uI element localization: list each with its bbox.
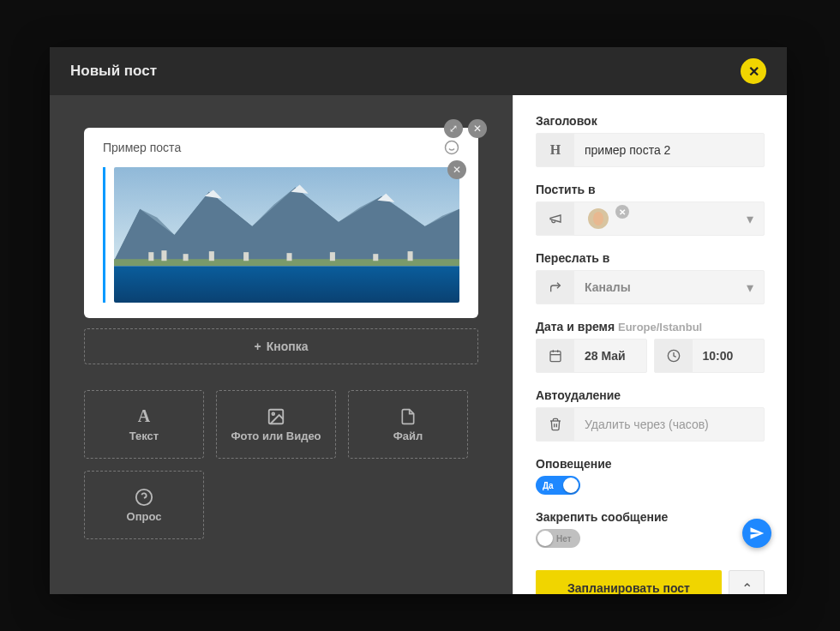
title-input[interactable] [574, 134, 764, 166]
close-icon: ✕ [748, 63, 759, 80]
time-value: 10:00 [693, 340, 765, 372]
svg-rect-13 [209, 251, 214, 261]
question-icon [135, 488, 153, 507]
forward-to-field: Переслать в Каналы ▾ [536, 251, 765, 304]
forward-to-label: Переслать в [536, 251, 765, 265]
svg-rect-15 [287, 253, 292, 261]
expand-icon: ⤢ [449, 123, 458, 135]
title-input-row: H [536, 133, 765, 167]
toggle-on-label: Да [543, 481, 554, 490]
pin-toggle[interactable]: Нет [536, 529, 580, 548]
autodelete-input-row [536, 407, 765, 442]
schedule-button[interactable]: Запланировать пост [536, 570, 722, 594]
new-post-modal: Новый пост ✕ ⤢ ✕ Пример поста [50, 47, 787, 594]
pin-field: Закрепить сообщение Нет [536, 510, 765, 548]
autodelete-input[interactable] [574, 408, 764, 441]
notify-label: Оповещение [536, 457, 765, 471]
svg-rect-12 [183, 254, 189, 261]
pin-label: Закрепить сообщение [536, 510, 765, 524]
caret-up-icon: ⌃ [741, 580, 753, 595]
composer-pane: ⤢ ✕ Пример поста ✕ [50, 95, 513, 594]
svg-rect-17 [373, 254, 378, 261]
plus-icon: + [255, 340, 261, 353]
svg-rect-19 [114, 266, 459, 303]
svg-rect-10 [148, 252, 153, 261]
timezone-label: Europe/Istanbul [618, 321, 702, 334]
datetime-row: 28 Май 10:00 [536, 339, 765, 373]
attach-file-label: Файл [393, 430, 423, 442]
send-now-fab[interactable] [742, 519, 771, 548]
attach-text-tile[interactable]: A Текст [84, 390, 204, 459]
datetime-label: Дата и время Europe/Istanbul [536, 320, 765, 334]
file-icon [399, 407, 417, 426]
add-button-label: Кнопка [267, 340, 309, 353]
emoji-button[interactable] [444, 140, 459, 155]
remove-channel-button[interactable]: ✕ [615, 205, 629, 219]
modal-header: Новый пост ✕ [50, 47, 787, 95]
svg-rect-14 [243, 252, 249, 261]
svg-rect-24 [550, 352, 561, 362]
svg-point-0 [446, 141, 459, 154]
heading-icon: H [537, 134, 574, 166]
remove-card-button[interactable]: ✕ [468, 119, 487, 138]
text-icon: A [138, 406, 150, 426]
channel-chip: ✕ [574, 202, 736, 235]
svg-rect-16 [330, 252, 335, 261]
post-to-select[interactable]: ✕ ▾ [536, 201, 765, 236]
autodelete-label: Автоудаление [536, 388, 765, 402]
modal-title: Новый пост [70, 63, 157, 80]
notify-field: Оповещение Да [536, 457, 765, 495]
avatar [588, 208, 609, 229]
autodelete-field: Автоудаление [536, 388, 765, 442]
caption-row: Пример поста [103, 140, 459, 155]
attach-grid: A Текст Фото или Видео Файл [84, 390, 478, 539]
clock-icon [655, 340, 693, 372]
settings-pane: Заголовок H Постить в ✕ [513, 95, 787, 594]
attach-file-tile[interactable]: Файл [348, 390, 468, 459]
title-label: Заголовок [536, 114, 765, 128]
svg-rect-11 [161, 250, 166, 261]
close-icon: ✕ [473, 123, 482, 135]
toggle-knob [537, 531, 553, 546]
attach-media-label: Фото или Видео [231, 430, 321, 442]
svg-point-21 [272, 412, 274, 415]
toggle-off-label: Нет [556, 534, 572, 544]
send-icon [749, 526, 765, 541]
attach-poll-label: Опрос [127, 510, 162, 523]
notify-toggle[interactable]: Да [536, 476, 580, 495]
attach-media-tile[interactable]: Фото или Видео [216, 390, 336, 459]
datetime-field: Дата и время Europe/Istanbul 28 Май [536, 320, 765, 373]
forward-to-select[interactable]: Каналы ▾ [536, 270, 765, 304]
post-preview-card: ⤢ ✕ Пример поста ✕ [84, 128, 478, 318]
close-button[interactable]: ✕ [741, 58, 766, 84]
attached-image[interactable] [114, 167, 459, 303]
card-controls: ⤢ ✕ [444, 119, 487, 138]
post-to-label: Постить в [536, 183, 765, 196]
attach-text-label: Текст [129, 430, 159, 442]
chevron-down-icon: ▾ [736, 271, 764, 303]
forward-to-value: Каналы [574, 271, 736, 303]
smile-icon [444, 140, 459, 155]
trash-icon [537, 408, 574, 441]
image-attachment: ✕ [103, 167, 459, 303]
post-caption[interactable]: Пример поста [103, 141, 181, 154]
share-icon [537, 271, 574, 303]
calendar-icon [537, 340, 574, 372]
chevron-down-icon: ▾ [736, 202, 764, 235]
time-input[interactable]: 10:00 [654, 339, 765, 373]
date-value: 28 Май [574, 340, 646, 372]
add-inline-button[interactable]: + Кнопка [84, 328, 478, 364]
submit-dropdown-button[interactable]: ⌃ [729, 570, 765, 594]
expand-button[interactable]: ⤢ [444, 119, 463, 138]
modal-body: ⤢ ✕ Пример поста ✕ [50, 95, 787, 594]
svg-rect-18 [408, 251, 413, 261]
megaphone-icon [537, 202, 574, 235]
post-to-field: Постить в ✕ ▾ [536, 183, 765, 236]
title-field: Заголовок H [536, 114, 765, 167]
image-icon [267, 407, 285, 426]
submit-row: Запланировать пост ⌃ [536, 570, 765, 594]
date-input[interactable]: 28 Май [536, 339, 647, 373]
remove-image-button[interactable]: ✕ [447, 160, 466, 179]
attach-poll-tile[interactable]: Опрос [84, 471, 204, 539]
toggle-knob [563, 478, 579, 493]
